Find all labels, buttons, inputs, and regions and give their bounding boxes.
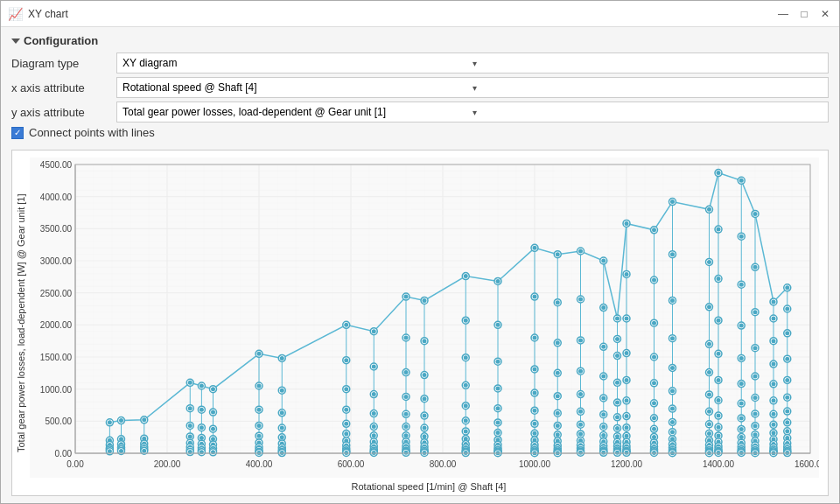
y-axis-select[interactable]: Total gear power losses, load-dependent …: [116, 102, 829, 122]
diagram-type-label: Diagram type: [11, 57, 116, 70]
content-area: Configuration Diagram type XY diagram ▾ …: [1, 27, 839, 503]
config-section: Configuration Diagram type XY diagram ▾ …: [11, 34, 829, 144]
config-header: Configuration: [11, 34, 829, 47]
window-title: XY chart: [28, 8, 68, 20]
x-axis-select[interactable]: Rotational speed @ Shaft [4] ▾: [116, 77, 829, 98]
close-button[interactable]: ✕: [818, 7, 832, 21]
maximize-button[interactable]: □: [797, 7, 811, 21]
window-icon: 📈: [8, 7, 23, 21]
x-axis-value: Rotational speed @ Shaft [4]: [122, 81, 472, 94]
connect-points-label: Connect points with lines: [29, 126, 155, 139]
main-window: 📈 XY chart — □ ✕ Configuration Diagram t…: [0, 0, 840, 504]
diagram-type-arrow: ▾: [472, 59, 822, 68]
collapse-icon[interactable]: [11, 38, 20, 44]
y-axis-label: y axis attribute: [11, 106, 116, 119]
titlebar-controls: — □ ✕: [776, 7, 832, 21]
x-axis-chart-label: Rotational speed [1/min] @ Shaft [4]: [30, 478, 828, 495]
connect-points-row: ✓ Connect points with lines: [11, 126, 829, 139]
diagram-type-value: XY diagram: [122, 57, 472, 69]
x-axis-arrow: ▾: [472, 83, 822, 93]
chart-inner: Rotational speed [1/min] @ Shaft [4]: [30, 150, 828, 495]
config-title: Configuration: [24, 34, 98, 47]
diagram-type-row: Diagram type XY diagram ▾: [11, 52, 829, 74]
chart-canvas: [30, 158, 819, 478]
y-axis-arrow: ▾: [472, 108, 822, 117]
x-axis-row: x axis attribute Rotational speed @ Shaf…: [11, 77, 829, 98]
connect-points-checkbox[interactable]: ✓: [11, 127, 24, 139]
y-axis-row: y axis attribute Total gear power losses…: [11, 102, 829, 122]
titlebar-left: 📈 XY chart: [8, 7, 68, 21]
titlebar: 📈 XY chart — □ ✕: [1, 1, 839, 27]
minimize-button[interactable]: —: [776, 7, 790, 21]
chart-area: Total gear power losses, load-dependent …: [11, 150, 829, 496]
chart-plot: [30, 158, 819, 478]
y-axis-value: Total gear power losses, load-dependent …: [122, 106, 472, 118]
y-axis-chart-label: Total gear power losses, load-dependent …: [12, 150, 30, 495]
x-axis-label: x axis attribute: [11, 81, 116, 94]
diagram-type-select[interactable]: XY diagram ▾: [116, 52, 829, 74]
